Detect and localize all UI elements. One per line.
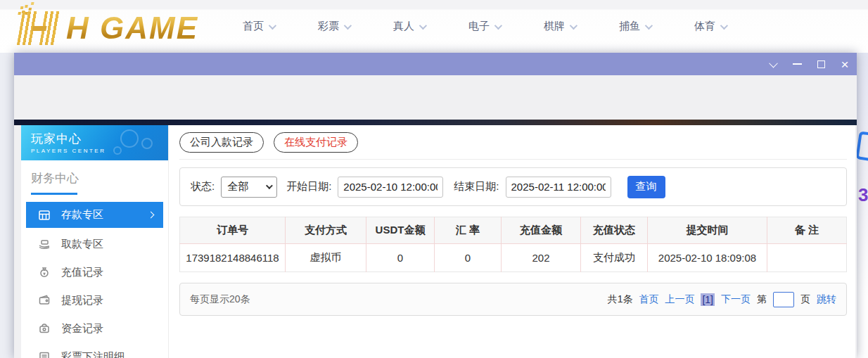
cell-payment-method: 虚拟币 <box>286 244 366 272</box>
screen: 3 H GAME 首页 彩票 真人 电子 棋牌 捕鱼 体育 × <box>0 0 868 358</box>
nav-item-slots[interactable]: 电子 <box>468 20 500 33</box>
finance-center-section-label: 财务中心 <box>21 160 168 186</box>
sidebar-item-withdraw[interactable]: 取款专区 <box>21 230 168 258</box>
nav-item-cards[interactable]: 棋牌 <box>544 20 575 33</box>
window-content: 玩家中心 PLAYERS CENTER 财务中心 存款专区 <box>21 125 848 358</box>
gamepad-watermark-icon <box>113 146 122 155</box>
chevron-down-icon <box>645 21 653 29</box>
col-remark: 备 注 <box>767 217 847 244</box>
col-payment-method: 支付方式 <box>286 217 366 244</box>
col-recharge-status: 充值状态 <box>581 217 648 244</box>
chevron-down-icon <box>419 21 427 29</box>
recharge-record-icon <box>38 266 51 279</box>
cell-remark <box>767 244 847 272</box>
gamepad-watermark-icon <box>120 129 139 148</box>
nav-item-lottery[interactable]: 彩票 <box>318 20 350 33</box>
minimize-icon <box>793 63 802 65</box>
cell-exchange-rate: 0 <box>435 244 502 272</box>
col-recharge-amount: 充值金额 <box>502 217 581 244</box>
table-header-row: 订单号 支付方式 USDT金额 汇 率 充值金额 充值状态 提交时间 备 注 <box>180 217 847 244</box>
hh-game-logo[interactable]: H GAME <box>20 6 198 51</box>
table-row: 1739182148846118 虚拟币 0 0 202 支付成功 2025-0… <box>180 244 847 272</box>
end-date-input[interactable] <box>506 177 611 198</box>
nav-item-home[interactable]: 首页 <box>243 20 274 33</box>
maximize-icon <box>817 60 825 68</box>
end-date-label: 结束日期: <box>454 180 499 193</box>
deposit-icon <box>38 209 51 222</box>
status-select-value: 全部 <box>227 180 248 193</box>
prev-page-link[interactable]: 上一页 <box>665 293 694 306</box>
gamepad-watermark-icon <box>141 138 153 149</box>
start-date-input[interactable] <box>338 177 443 198</box>
close-icon: × <box>841 58 848 71</box>
nav-item-fishing[interactable]: 捕鱼 <box>619 20 651 33</box>
tab-company-deposit-records[interactable]: 公司入款记录 <box>179 132 264 153</box>
status-select[interactable]: 全部 <box>221 177 277 198</box>
chevron-right-icon <box>148 212 155 219</box>
cell-submit-time: 2025-02-10 18:09:08 <box>648 244 767 272</box>
status-label: 状态: <box>191 180 215 193</box>
page-size-text: 每页显示20条 <box>190 293 250 306</box>
jump-page-input[interactable] <box>773 292 794 307</box>
col-exchange-rate: 汇 率 <box>435 217 502 244</box>
window-titlebar[interactable]: × <box>14 53 857 75</box>
window-maximize-button[interactable] <box>809 53 833 75</box>
window-collapse-button[interactable] <box>761 53 785 75</box>
funds-record-icon <box>38 322 51 335</box>
withdraw-icon <box>38 238 51 250</box>
tab-online-payment-records[interactable]: 在线支付记录 <box>274 132 358 153</box>
decorative-divider <box>14 120 857 125</box>
withdrawal-record-icon <box>38 294 51 307</box>
sidebar-header: 玩家中心 PLAYERS CENTER <box>21 125 168 160</box>
section-underline <box>31 193 77 195</box>
chevron-down-icon <box>720 21 728 29</box>
nav-item-sports[interactable]: 体育 <box>694 20 726 33</box>
chevron-down-icon <box>266 182 273 189</box>
logo-bars-icon <box>17 11 63 45</box>
site-header: H GAME 首页 彩票 真人 电子 棋牌 捕鱼 体育 <box>0 0 868 53</box>
lottery-bet-detail-icon <box>38 350 51 358</box>
background-text-fragment: 3 <box>858 184 868 206</box>
window-close-button[interactable]: × <box>833 53 857 75</box>
jump-prefix-label: 第 <box>757 293 767 306</box>
col-submit-time: 提交时间 <box>648 217 767 244</box>
jump-button[interactable]: 跳转 <box>817 293 836 306</box>
sidebar-item-funds-record[interactable]: 资金记录 <box>21 314 168 343</box>
pagination-bar: 每页显示20条 共1条 首页 上一页 [1] 下一页 第 页 跳转 <box>179 283 847 316</box>
sidebar-menu: 存款专区 取款专区 充值记录 提现记录 <box>21 202 168 358</box>
window-minimize-button[interactable] <box>785 53 809 75</box>
chevron-down-icon <box>570 21 577 29</box>
cell-usdt-amount: 0 <box>366 244 435 272</box>
filter-bar: 状态: 全部 开始日期: 结束日期: 查询 <box>179 167 847 206</box>
sidebar-item-withdrawal-record[interactable]: 提现记录 <box>21 286 168 314</box>
current-page-indicator[interactable]: [1] <box>701 293 715 306</box>
next-page-link[interactable]: 下一页 <box>721 293 751 306</box>
sidebar-item-lottery-bet-detail[interactable]: 彩票下注明细 <box>21 343 168 358</box>
col-usdt-amount: USDT金额 <box>366 217 435 244</box>
logo-text: H GAME <box>66 11 198 46</box>
sidebar-item-deposit[interactable]: 存款专区 <box>26 202 163 228</box>
sidebar-item-recharge-record[interactable]: 充值记录 <box>21 258 168 286</box>
col-order-id: 订单号 <box>180 217 286 244</box>
payment-records-table: 订单号 支付方式 USDT金额 汇 率 充值金额 充值状态 提交时间 备 注 1 <box>179 217 847 272</box>
record-tabs: 公司入款记录 在线支付记录 <box>179 132 847 160</box>
nav-item-live[interactable]: 真人 <box>393 20 425 33</box>
sidebar: 玩家中心 PLAYERS CENTER 财务中心 存款专区 <box>21 125 169 358</box>
start-date-label: 开始日期: <box>286 180 331 193</box>
total-count-text: 共1条 <box>608 293 633 306</box>
chevron-down-icon <box>344 21 352 29</box>
search-button[interactable]: 查询 <box>627 176 665 198</box>
chevron-down-icon <box>769 58 778 68</box>
cell-recharge-amount: 202 <box>502 244 581 272</box>
main-nav: 首页 彩票 真人 电子 棋牌 捕鱼 体育 <box>243 0 726 53</box>
cell-recharge-status: 支付成功 <box>581 244 648 272</box>
pager: 共1条 首页 上一页 [1] 下一页 第 页 跳转 <box>608 292 836 307</box>
player-center-window: × 玩家中心 PLAYERS CENTER 财务中心 存款专区 <box>14 53 857 358</box>
cell-order-id: 1739182148846118 <box>180 244 286 272</box>
main-panel: 公司入款记录 在线支付记录 状态: 全部 开始日期: 结束日期: 查询 <box>169 125 855 358</box>
chevron-down-icon <box>494 21 502 29</box>
first-page-link[interactable]: 首页 <box>639 293 658 306</box>
chevron-down-icon <box>269 21 276 29</box>
jump-suffix-label: 页 <box>800 293 810 306</box>
